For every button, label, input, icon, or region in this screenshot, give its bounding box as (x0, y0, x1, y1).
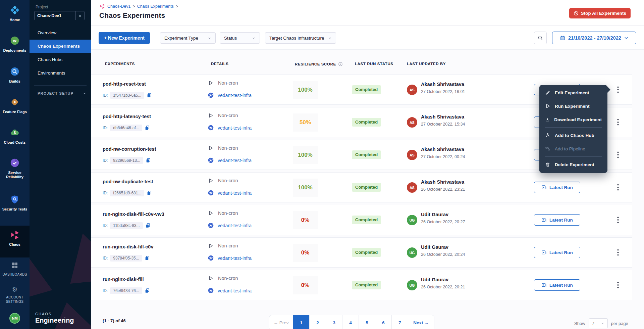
menu-item-delete-experiment[interactable]: Delete Experiment (539, 158, 607, 171)
experiment-type-label: Non-cron (218, 113, 238, 118)
column-experiments: EXPERIMENTS (105, 62, 135, 66)
row-menu-kebab-icon[interactable] (613, 115, 623, 129)
latest-run-label: Latest Run (549, 185, 573, 190)
latest-run-button[interactable]: Latest Run (534, 279, 580, 291)
stop-all-experiments-button[interactable]: Stop All Experiments (569, 8, 631, 18)
menu-item-label: Download Experiment (554, 117, 602, 122)
sidebar-item-cloud-costs[interactable]: $ Cloud Costs (0, 128, 30, 145)
date-range-picker[interactable]: 21/10/2022 - 27/10/2022 (552, 32, 636, 44)
page-button[interactable]: 3 (326, 315, 342, 329)
chaos-icon (10, 230, 19, 239)
infrastructure-link[interactable]: vedant-test-infra (218, 255, 252, 261)
target-infrastructure-filter[interactable]: Target Chaos Infrastructure (265, 32, 336, 44)
latest-run-button[interactable]: Latest Run (534, 214, 580, 226)
menu-item-add-to-pipeline[interactable]: Add to Pipeline (539, 142, 607, 155)
sidebar-item-security-tests[interactable]: Security Tests (0, 195, 30, 211)
sidebar-item-deployments[interactable]: ∞ Deployments (0, 36, 30, 53)
cloud-costs-icon: $ (10, 128, 19, 137)
project-name: Chaos-Dev1 (35, 13, 75, 18)
nav-item-environments[interactable]: Environments (30, 66, 91, 80)
module-label: Cloud Costs (0, 140, 30, 145)
breadcrumb: Chaos-Dev1 > Chaos Experiments > (100, 3, 178, 9)
latest-run-button[interactable]: Latest Run (534, 247, 580, 258)
row-menu-kebab-icon[interactable] (613, 213, 623, 227)
experiment-infrastructure: vedant-test-infra (208, 223, 252, 228)
sidebar-item-home[interactable]: Home (0, 5, 30, 22)
row-menu-kebab-icon[interactable] (613, 148, 623, 161)
sidebar-item-account-settings[interactable]: ⚙ ACCOUNT SETTINGS (0, 286, 30, 304)
prev-page-button[interactable]: ← Prev (269, 315, 293, 329)
copy-icon[interactable] (146, 158, 151, 163)
copy-icon[interactable] (145, 125, 150, 131)
copy-icon[interactable] (147, 190, 152, 196)
experiment-type-filter[interactable]: Experiment Type (160, 32, 216, 44)
info-icon[interactable] (338, 62, 343, 66)
module-label: Chaos (0, 242, 30, 247)
next-page-button[interactable]: Next → (408, 315, 434, 329)
nav-item-chaos-experiments[interactable]: Chaos Experiments (30, 40, 91, 53)
page-button[interactable]: 5 (359, 315, 375, 329)
module-label: Home (0, 18, 30, 22)
copy-icon[interactable] (147, 93, 152, 98)
search-button[interactable] (534, 32, 547, 44)
project-selector[interactable]: Chaos-Dev1 » (34, 11, 85, 20)
sidebar-item-dashboards[interactable]: DASHBOARDS (0, 261, 30, 277)
infrastructure-link[interactable]: vedant-test-infra (218, 158, 252, 163)
row-menu-kebab-icon[interactable] (613, 83, 623, 96)
copy-icon[interactable] (145, 288, 150, 293)
menu-item-add-to-chaos-hub[interactable]: Add to Chaos Hub (539, 129, 607, 142)
experiment-name[interactable]: run-nginx-disk-fill-c0v-vw3 (103, 211, 164, 217)
experiment-name[interactable]: pod-http-reset-test (103, 81, 146, 87)
row-menu-kebab-icon[interactable] (613, 278, 623, 292)
breadcrumb-link-experiments[interactable]: Chaos Experiments (137, 4, 174, 9)
experiment-type-label: Non-cron (218, 210, 238, 216)
infrastructure-link[interactable]: vedant-test-infra (218, 223, 252, 228)
experiment-name[interactable]: pod-nw-duplicate-test (103, 179, 153, 184)
copy-icon[interactable] (145, 255, 150, 261)
sidebar-item-chaos[interactable]: Chaos (0, 226, 30, 257)
nav-item-chaos-hubs[interactable]: Chaos Hubs (30, 53, 91, 66)
menu-item-label: Delete Experiment (555, 162, 594, 167)
updated-by-date: 27 October 2022, 00:24 (421, 154, 465, 159)
resilience-score: 0% (293, 211, 318, 229)
expand-project-icon[interactable]: » (75, 11, 84, 20)
experiment-name[interactable]: run-nginx-disk-fill (103, 277, 144, 282)
status-filter[interactable]: Status (220, 32, 260, 44)
latest-run-button[interactable]: Latest Run (534, 182, 580, 193)
menu-item-download-experiment[interactable]: Download Experiment (539, 113, 607, 126)
infrastructure-link[interactable]: vedant-test-infra (218, 190, 252, 196)
product-name-small: CHAOS (35, 312, 74, 316)
project-setup-toggle[interactable]: PROJECT SETUP (38, 91, 87, 95)
page-button[interactable]: 6 (375, 315, 392, 329)
toolbar: + New Experiment Experiment Type Status … (91, 26, 644, 50)
copy-icon[interactable] (145, 223, 151, 228)
sidebar-item-service-reliability[interactable]: Service Reliability (0, 158, 30, 179)
service-reliability-icon (10, 158, 19, 168)
page-size-select[interactable]: 7 (589, 318, 608, 328)
page-button[interactable]: 7 (392, 315, 408, 329)
infrastructure-link[interactable]: vedant-test-infra (218, 93, 252, 98)
breadcrumb-link-project[interactable]: Chaos-Dev1 (107, 4, 130, 9)
menu-item-edit-experiment[interactable]: Edit Experiment (539, 86, 607, 99)
status-badge: Completed (352, 216, 381, 224)
menu-item-run-experiment[interactable]: Run Experiment (539, 99, 607, 113)
resilience-score-value: 0% (301, 217, 310, 224)
page-button[interactable]: 2 (310, 315, 326, 329)
new-experiment-button[interactable]: + New Experiment (99, 32, 150, 44)
sidebar-item-builds[interactable]: Builds (0, 67, 30, 84)
resilience-score-value: 0% (301, 282, 310, 289)
sidebar-item-feature-flags[interactable]: Feature Flags (0, 97, 30, 114)
nav-item-overview[interactable]: Overview (30, 26, 91, 40)
experiment-name[interactable]: pod-nw-corruption-test (103, 146, 156, 152)
infrastructure-link[interactable]: vedant-test-infra (218, 288, 252, 293)
resilience-score-value: 0% (301, 249, 310, 256)
infrastructure-link[interactable]: vedant-test-infra (218, 125, 252, 131)
sidebar-user-avatar[interactable]: NM (0, 313, 30, 324)
avatar: UG (407, 215, 417, 225)
row-menu-kebab-icon[interactable] (613, 181, 623, 194)
row-menu-kebab-icon[interactable] (613, 246, 623, 259)
page-button[interactable]: 4 (342, 315, 359, 329)
page-button[interactable]: 1 (293, 315, 310, 329)
experiment-name[interactable]: run-nginx-disk-fill-c0v (103, 244, 153, 249)
experiment-name[interactable]: pod-http-latency-test (103, 114, 151, 119)
